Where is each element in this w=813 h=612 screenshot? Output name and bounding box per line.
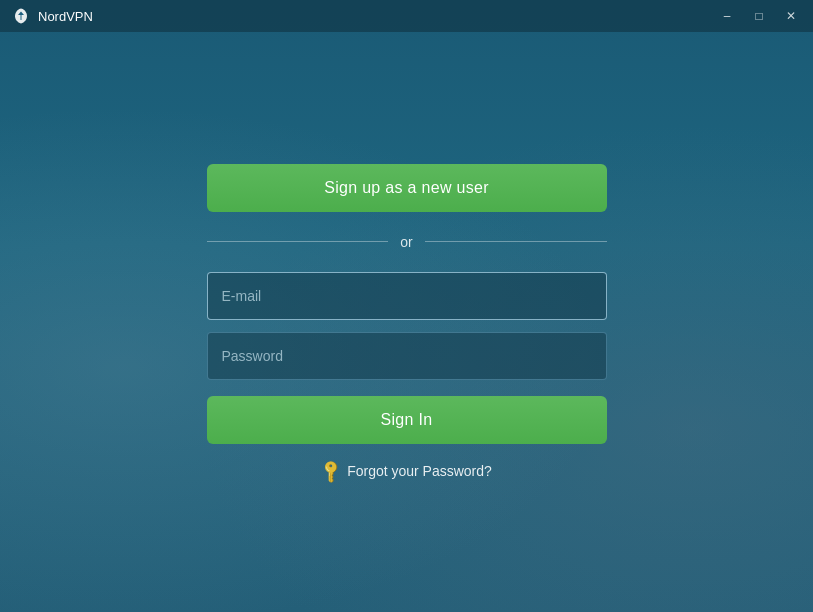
forgot-password-link[interactable]: Forgot your Password?	[347, 463, 492, 479]
maximize-button[interactable]: □	[745, 5, 773, 27]
form-container: Sign up as a new user or Sign In 🔑 Forgo…	[207, 164, 607, 481]
close-button[interactable]: ✕	[777, 5, 805, 27]
app-title: NordVPN	[38, 9, 93, 24]
titlebar: NordVPN – □ ✕	[0, 0, 813, 32]
app-logo-icon	[12, 7, 30, 25]
minimize-button[interactable]: –	[713, 5, 741, 27]
password-input[interactable]	[207, 332, 607, 380]
titlebar-controls: – □ ✕	[713, 5, 805, 27]
divider-row: or	[207, 234, 607, 250]
email-input[interactable]	[207, 272, 607, 320]
titlebar-left: NordVPN	[12, 7, 93, 25]
divider-line-left	[207, 241, 389, 242]
divider-text: or	[400, 234, 412, 250]
main-content: Sign up as a new user or Sign In 🔑 Forgo…	[0, 32, 813, 612]
key-icon: 🔑	[317, 457, 345, 485]
forgot-password-row[interactable]: 🔑 Forgot your Password?	[321, 462, 492, 481]
signup-button[interactable]: Sign up as a new user	[207, 164, 607, 212]
app-window: NordVPN – □ ✕ Sign up as a new user or S…	[0, 0, 813, 612]
signin-button[interactable]: Sign In	[207, 396, 607, 444]
divider-line-right	[425, 241, 607, 242]
